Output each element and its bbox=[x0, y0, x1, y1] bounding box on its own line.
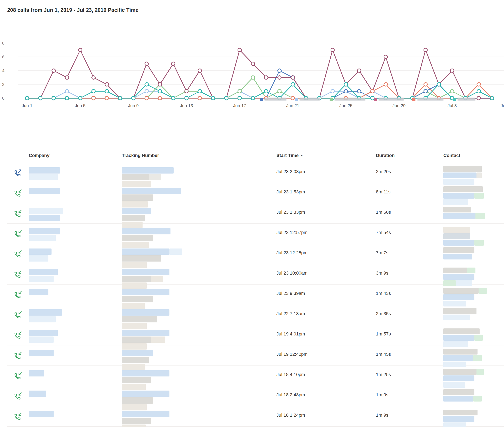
legend-item-3[interactable] bbox=[330, 97, 365, 101]
data-point bbox=[331, 90, 334, 93]
company-cell-redacted bbox=[29, 350, 54, 357]
redacted-text bbox=[122, 350, 153, 356]
column-header-tracking-number[interactable]: Tracking Number bbox=[122, 153, 159, 158]
redacted-text bbox=[443, 254, 472, 259]
data-point bbox=[185, 90, 188, 93]
redacted-text bbox=[122, 255, 161, 261]
incoming-call-icon bbox=[14, 270, 22, 278]
table-row[interactable]: Jul 23 2:03pm2m 20s bbox=[7, 163, 504, 183]
duration-cell: 2m 20s bbox=[376, 169, 391, 174]
call-direction-cell bbox=[14, 392, 22, 400]
start-time-cell: Jul 23 1:53pm bbox=[276, 189, 305, 195]
column-header-start-time[interactable]: Start Time▼ bbox=[276, 153, 303, 158]
data-point bbox=[52, 69, 55, 72]
contact-cell-redacted bbox=[443, 267, 475, 287]
incoming-call-icon bbox=[14, 209, 22, 217]
company-cell-redacted bbox=[29, 228, 60, 242]
legend-label-redacted bbox=[300, 98, 320, 101]
redacted-text bbox=[29, 370, 44, 376]
redacted-text bbox=[122, 309, 170, 316]
duration-cell: 1m 9s bbox=[376, 412, 388, 418]
legend-swatch bbox=[295, 98, 298, 101]
incoming-call-icon bbox=[14, 372, 22, 380]
legend-item-4[interactable] bbox=[374, 97, 404, 101]
redacted-text bbox=[443, 369, 476, 375]
table-row[interactable]: Jul 23 9:39am1m 43s bbox=[7, 284, 504, 305]
call-direction-cell bbox=[14, 209, 22, 217]
redacted-text bbox=[151, 336, 165, 343]
incoming-call-icon bbox=[14, 351, 22, 359]
redacted-text bbox=[473, 355, 482, 361]
data-point bbox=[264, 90, 268, 93]
data-point bbox=[357, 90, 361, 93]
redacted-text bbox=[29, 208, 63, 214]
redacted-text bbox=[122, 411, 170, 417]
x-axis-tick: Jun 1 bbox=[22, 103, 32, 108]
redacted-text bbox=[122, 377, 151, 383]
legend-item-5[interactable] bbox=[412, 97, 443, 101]
data-point bbox=[158, 83, 162, 86]
start-time-cell: Jul 18 4:10pm bbox=[276, 372, 305, 377]
table-row[interactable]: Jul 23 12:57pm7m 54s bbox=[7, 224, 504, 244]
redacted-text bbox=[476, 173, 482, 178]
data-point bbox=[424, 48, 427, 52]
table-row[interactable]: Jul 18 2:48pm1m 0s bbox=[7, 386, 504, 406]
table-row[interactable]: Jul 23 12:25pm7m 7s bbox=[7, 244, 504, 264]
call-direction-cell bbox=[14, 270, 22, 278]
table-row[interactable]: Jul 18 4:10pm1m 25s bbox=[7, 366, 504, 386]
data-point bbox=[278, 69, 281, 72]
contact-cell-redacted bbox=[443, 349, 482, 368]
data-point bbox=[251, 62, 255, 65]
redacted-text bbox=[443, 227, 470, 233]
redacted-text bbox=[443, 416, 474, 422]
table-row[interactable]: Jul 23 1:53pm8m 11s bbox=[7, 183, 504, 203]
chart-line-series-6-redacted bbox=[27, 84, 492, 98]
data-point bbox=[78, 48, 82, 52]
table-row[interactable]: Jul 22 7:13am2m 35s bbox=[7, 305, 504, 325]
redacted-text bbox=[122, 269, 170, 275]
column-header-company[interactable]: Company bbox=[29, 153, 49, 158]
legend-item-6[interactable] bbox=[453, 97, 475, 101]
redacted-text bbox=[170, 249, 182, 255]
redacted-text bbox=[443, 349, 477, 355]
redacted-text bbox=[29, 316, 56, 322]
redacted-text bbox=[29, 228, 60, 234]
redacted-text bbox=[479, 288, 487, 294]
table-row[interactable]: Jul 18 1:24pm1m 9s bbox=[7, 406, 504, 427]
company-cell-redacted bbox=[29, 309, 62, 323]
column-header-contact[interactable]: Contact bbox=[443, 153, 460, 158]
data-point bbox=[238, 48, 241, 52]
legend-swatch bbox=[453, 98, 456, 101]
data-point bbox=[105, 90, 109, 93]
x-axis-tick: Jun 9 bbox=[128, 103, 139, 108]
data-point bbox=[344, 90, 348, 93]
data-point bbox=[278, 76, 281, 79]
table-row[interactable]: Jul 19 4:01pm1m 57s bbox=[7, 325, 504, 345]
start-time-cell: Jul 19 12:42pm bbox=[276, 352, 307, 357]
redacted-text bbox=[443, 288, 479, 294]
redacted-text bbox=[443, 166, 482, 172]
redacted-text bbox=[122, 336, 151, 343]
redacted-text bbox=[122, 188, 181, 194]
legend-item-1[interactable] bbox=[260, 97, 286, 101]
redacted-text bbox=[475, 213, 485, 219]
data-point bbox=[450, 69, 454, 72]
table-row[interactable]: Jul 19 12:42pm1m 45s bbox=[7, 345, 504, 366]
legend-item-2[interactable] bbox=[295, 97, 320, 101]
redacted-text bbox=[29, 167, 60, 174]
redacted-text bbox=[443, 308, 476, 314]
redacted-text bbox=[122, 249, 170, 255]
redacted-text bbox=[29, 174, 58, 180]
redacted-text bbox=[443, 213, 475, 219]
table-row[interactable]: Jul 23 10:00am3m 9s bbox=[7, 264, 504, 284]
data-point bbox=[384, 83, 387, 86]
duration-cell: 8m 11s bbox=[376, 189, 391, 195]
data-point bbox=[371, 90, 374, 93]
redacted-text bbox=[29, 309, 62, 316]
redacted-text bbox=[29, 255, 48, 261]
redacted-text bbox=[443, 267, 467, 273]
data-point bbox=[238, 90, 241, 93]
legend-swatch bbox=[260, 98, 263, 101]
table-row[interactable]: Jul 23 1:33pm1m 50s bbox=[7, 203, 504, 224]
column-header-duration[interactable]: Duration bbox=[376, 153, 394, 158]
